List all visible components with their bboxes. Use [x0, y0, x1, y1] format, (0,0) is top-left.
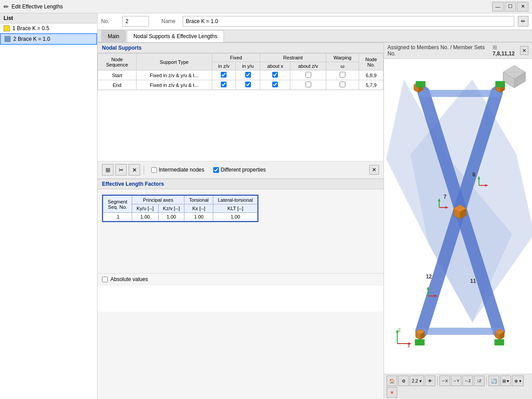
- elf-cell-kx[interactable]: 1.00: [184, 213, 213, 221]
- viewport-toolbar: 🏠 ⚙ 2.2 ▾ 👁 ↔X ↔Y ↔Z ↕Z 🔄 ⊞ ▾ ⊕ ▾ ✕: [384, 374, 532, 399]
- title-bar: ✏ Edit Effective Lengths — ☐ ✕: [0, 0, 532, 13]
- col-in-zv: in z/v: [212, 62, 236, 70]
- right-panel: No. Name ✏ Main Nodal Supports & Effecti…: [98, 13, 532, 399]
- absolute-values-row: Absolute values: [98, 273, 383, 285]
- elf-cell-kyu[interactable]: 1.00: [132, 213, 159, 221]
- app-icon: ✏: [4, 3, 9, 10]
- col-about-zv: about z/v: [290, 62, 326, 70]
- cell-warping-end[interactable]: [326, 80, 359, 90]
- assigned-clear-btn[interactable]: ✕: [520, 46, 528, 55]
- sidebar-icon-2: [4, 36, 11, 42]
- sidebar: List 1 Brace K = 0.5 2 Brace K = 1.0: [0, 13, 98, 399]
- no-label: No.: [101, 18, 119, 24]
- absolute-values-label: Absolute values: [110, 276, 148, 282]
- edit-name-button[interactable]: ✏: [518, 16, 528, 27]
- svg-text:z: z: [398, 328, 401, 333]
- nodal-toolbar: ⊞ ✂ ✕ Intermediate nodes Different prope…: [98, 161, 383, 179]
- name-input[interactable]: [183, 16, 514, 27]
- cell-nodeno-end: 5,7,9: [359, 80, 383, 90]
- cell-type-start[interactable]: Fixed in z/v & y/u & t...: [137, 70, 212, 80]
- svg-text:11: 11: [470, 278, 476, 284]
- main-container: List 1 Brace K = 0.5 2 Brace K = 1.0 No.…: [0, 13, 532, 399]
- vp-btn-rotate[interactable]: 🔄: [489, 376, 499, 386]
- cell-type-end[interactable]: Fixed in z/v & y/u & t...: [137, 80, 212, 90]
- cell-inyu-start[interactable]: [236, 70, 260, 80]
- svg-rect-31: [416, 81, 426, 87]
- intermediate-nodes-label[interactable]: Intermediate nodes: [151, 167, 204, 173]
- different-properties-cb[interactable]: [213, 167, 219, 173]
- tab-main[interactable]: Main: [101, 30, 126, 42]
- no-input[interactable]: [122, 16, 149, 27]
- form-row-no-name: No. Name ✏: [98, 13, 532, 30]
- cell-nodeno-start: 6,8,9: [359, 70, 383, 80]
- title-bar-controls: — ☐ ✕: [492, 2, 528, 12]
- absolute-values-cb[interactable]: [102, 277, 108, 282]
- col-support-type: Support Type: [137, 54, 212, 70]
- intermediate-nodes-cb[interactable]: [151, 167, 157, 173]
- cell-aboutzv-start[interactable]: [290, 70, 326, 80]
- cell-aboutx-end[interactable]: [260, 80, 290, 90]
- vp-btn-render[interactable]: ⊕ ▾: [512, 376, 524, 386]
- sidebar-item-1[interactable]: 1 Brace K = 0.5: [0, 23, 97, 33]
- toolbar-close-btn[interactable]: ✕: [369, 165, 379, 175]
- vp-btn-home[interactable]: 🏠: [387, 376, 397, 386]
- vp-btn-scale[interactable]: 2.2 ▾: [410, 376, 424, 386]
- svg-rect-34: [494, 339, 504, 345]
- viewport-3d-scene: 7 8 12 11: [384, 59, 532, 374]
- tab-bar: Main Nodal Supports & Effective Lengths: [98, 30, 532, 43]
- svg-rect-32: [495, 81, 505, 87]
- 3d-viewport: Assigned to Members No. / Member Sets No…: [383, 43, 532, 399]
- assigned-value: ⊞ 7,8,11,12: [493, 44, 520, 57]
- cell-inzv-start[interactable]: [212, 70, 236, 80]
- viewport-header: Assigned to Members No. / Member Sets No…: [384, 43, 532, 59]
- scene-svg: 7 8 12 11: [384, 59, 532, 374]
- different-properties-label[interactable]: Different properties: [213, 167, 266, 173]
- elf-col-kyu: Ky/u [--]: [132, 204, 159, 213]
- vp-btn-display[interactable]: ⊞ ▾: [500, 376, 512, 386]
- sidebar-item-2[interactable]: 2 Brace K = 1.0: [0, 33, 97, 45]
- toolbar-btn-3[interactable]: ✕: [129, 164, 140, 176]
- svg-text:12: 12: [426, 274, 432, 280]
- vp-btn-extra[interactable]: ✕: [387, 387, 397, 398]
- toolbar-btn-1[interactable]: ⊞: [102, 164, 113, 176]
- elf-row-1: .1 1.00 1.00 1.00 1.00: [103, 213, 258, 221]
- elf-cell-klt[interactable]: 1.00: [213, 213, 258, 221]
- col-fixed-header: Fixed: [212, 54, 260, 62]
- content-area: Nodal Supports NodeSequence Support Type…: [98, 43, 532, 399]
- elf-cell-kzv[interactable]: 1.00: [158, 213, 184, 221]
- vp-btn-y[interactable]: ↔Y: [451, 376, 462, 386]
- nodal-supports-table: NodeSequence Support Type Fixed Restrain…: [98, 53, 383, 90]
- cell-aboutzv-end[interactable]: [290, 80, 326, 90]
- elf-col-torsional: Torsional: [184, 196, 213, 204]
- cell-seq-start: Start: [98, 70, 137, 80]
- maximize-button[interactable]: ☐: [505, 2, 516, 12]
- vp-btn-view[interactable]: 👁: [425, 376, 435, 386]
- elf-col-kzv: Kz/v [--]: [158, 204, 184, 213]
- vp-btn-settings[interactable]: ⚙: [398, 376, 409, 386]
- col-warping-header: Warping: [326, 54, 359, 62]
- cell-inyu-end[interactable]: [236, 80, 260, 90]
- vp-btn-z[interactable]: ↔Z: [462, 376, 473, 386]
- vp-sep-1: [437, 376, 438, 385]
- toolbar-btn-2[interactable]: ✂: [115, 164, 127, 176]
- minimize-button[interactable]: —: [492, 2, 504, 12]
- assigned-label: Assigned to Members No. / Member Sets No…: [387, 44, 489, 57]
- elf-col-seg-seq: SegmentSeq. No.: [103, 196, 132, 213]
- nodal-row-start: Start Fixed in z/v & y/u & t... 6,8,9: [98, 70, 383, 80]
- elf-col-lateral: Lateral-torsional: [213, 196, 258, 204]
- cell-seq-end: End: [98, 80, 137, 90]
- col-in-yu: in y/u: [236, 62, 260, 70]
- cell-warping-start[interactable]: [326, 70, 359, 80]
- cell-inzv-end[interactable]: [212, 80, 236, 90]
- tab-nodal[interactable]: Nodal Supports & Effective Lengths: [127, 30, 224, 42]
- cell-aboutx-start[interactable]: [260, 70, 290, 80]
- elf-table-container: SegmentSeq. No. Principal axes Torsional…: [102, 195, 258, 222]
- svg-text:x: x: [407, 343, 410, 348]
- svg-rect-33: [415, 339, 425, 345]
- close-button[interactable]: ✕: [517, 2, 528, 12]
- vp-btn-x[interactable]: ↔X: [439, 376, 450, 386]
- col-about-x: about x: [260, 62, 290, 70]
- elf-col-principal-axes: Principal axes: [132, 196, 184, 204]
- sidebar-icon-1: [4, 25, 10, 31]
- vp-btn-xz[interactable]: ↕Z: [474, 376, 485, 386]
